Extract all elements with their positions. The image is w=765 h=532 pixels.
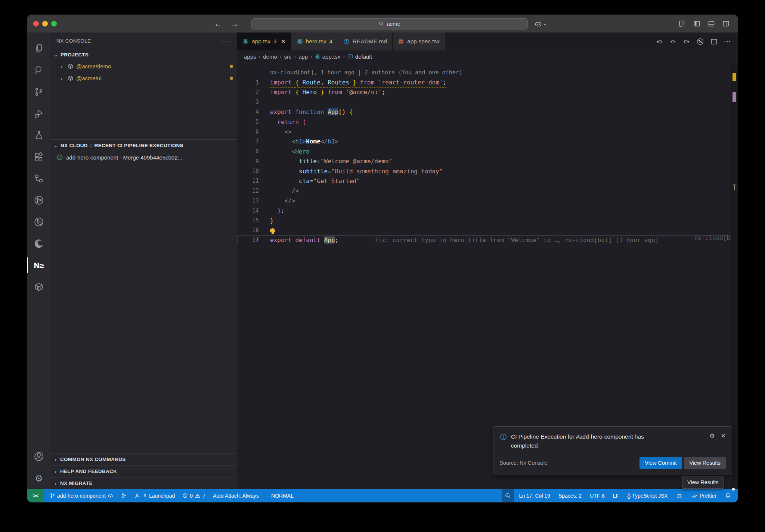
code-line[interactable]: 2import { Hero } from '@acme/ui'; xyxy=(237,87,738,97)
search-icon[interactable] xyxy=(27,59,50,81)
tab-app-spec-tsx[interactable]: app.spec.tsx xyxy=(393,33,445,50)
nav-back-circle-icon[interactable] xyxy=(656,38,663,45)
chevron-right-icon: › xyxy=(280,53,282,59)
language-mode-status-item[interactable]: {} TypeScript JSX xyxy=(624,489,671,502)
eol-status-item[interactable]: LF xyxy=(610,489,622,502)
edge-browser-icon[interactable] xyxy=(27,233,50,254)
section-common-nx-commands[interactable]: › COMMON NX COMMANDS xyxy=(50,453,237,465)
vim-mode-status-item[interactable]: -- NORMAL -- xyxy=(263,489,301,502)
project-item-acme-ui[interactable]: › @acme/ui xyxy=(50,72,237,84)
launchpad-status-item[interactable]: Launchpad xyxy=(131,489,178,502)
settings-gear-icon[interactable]: ⚙ xyxy=(27,467,50,489)
warning-count: 7 xyxy=(202,493,205,499)
zoom-window-button[interactable] xyxy=(51,21,57,27)
info-icon xyxy=(343,38,350,45)
git-graph-status-item[interactable] xyxy=(118,489,130,502)
code-line[interactable]: 16 xyxy=(237,225,738,235)
git-graph-icon[interactable] xyxy=(27,189,50,211)
breadcrumb-demo[interactable]: demo xyxy=(263,53,277,60)
ci-pipeline-item[interactable]: add-hero-component - Merge 409b44e5cb02.… xyxy=(50,151,237,164)
code-line[interactable]: 9 title="Welcome @acme/demo" xyxy=(237,157,738,166)
code-line[interactable]: 10 subtitle="Build something amazing tod… xyxy=(237,166,738,176)
customize-layout-icon[interactable] xyxy=(679,20,686,27)
project-status-dot xyxy=(230,65,233,68)
breadcrumb-app-tsx[interactable]: app.tsx xyxy=(315,53,340,60)
sidebar-more-actions[interactable]: ··· xyxy=(222,37,231,45)
overview-ruler[interactable]: T xyxy=(731,62,738,489)
notifications-bell[interactable] xyxy=(722,489,734,502)
run-ci-icon[interactable] xyxy=(696,38,704,46)
code-line[interactable]: 3 xyxy=(237,97,738,107)
code-line[interactable]: 15} xyxy=(237,216,738,225)
tab-readme-md[interactable]: README.md xyxy=(338,33,393,50)
notification-close-icon[interactable]: ✕ xyxy=(721,432,726,439)
project-graph-icon[interactable] xyxy=(27,168,50,189)
nx-console-icon[interactable]: N≥ xyxy=(27,254,50,276)
code-line[interactable]: 1import { Route, Routes } from 'react-ro… xyxy=(237,77,738,87)
indentation-status-item[interactable]: Spaces: 2 xyxy=(555,489,585,502)
nav-back-button[interactable]: ← xyxy=(214,19,222,28)
editor-more-actions-icon[interactable]: ⋯ xyxy=(724,37,731,46)
code-line[interactable]: 4export function App() { xyxy=(237,107,738,117)
gitlens-icon[interactable] xyxy=(27,211,50,233)
breadcrumb-apps[interactable]: apps xyxy=(244,53,256,60)
nav-circle-icon[interactable] xyxy=(669,38,676,45)
code-line[interactable]: 7 <h1>Home</h1> xyxy=(237,137,738,146)
command-center-search[interactable]: acme xyxy=(251,18,528,30)
breadcrumb-src[interactable]: src xyxy=(284,53,291,60)
tab-hero-tsx[interactable]: hero.tsx 4 xyxy=(291,33,338,50)
notification-settings-icon[interactable]: ⚙ xyxy=(709,432,715,439)
explorer-icon[interactable] xyxy=(27,38,50,59)
extensions-icon[interactable] xyxy=(27,146,50,168)
breadcrumb-default[interactable]: default xyxy=(347,53,372,60)
nx-cloud-section-header[interactable]: ⌄ NX CLOUD :: RECENT CI PIPELINE EXECUTI… xyxy=(50,140,237,151)
containers-icon[interactable] xyxy=(27,276,50,298)
toggle-panel-icon[interactable] xyxy=(708,20,715,27)
projects-section-header[interactable]: ⌄ PROJECTS xyxy=(50,49,237,60)
minimize-window-button[interactable] xyxy=(42,21,48,27)
chevron-down-icon: ⌄ xyxy=(543,21,546,26)
branch-indicator[interactable]: add-hero-component xyxy=(47,489,117,502)
problems-status-item[interactable]: 0 7 xyxy=(179,489,208,502)
encoding-status-item[interactable]: UTF-8 xyxy=(587,489,608,502)
section-nx-migrate[interactable]: › NX MIGRATE xyxy=(50,477,237,489)
source-control-icon[interactable] xyxy=(27,81,50,103)
split-editor-icon[interactable] xyxy=(710,38,718,45)
project-item-acme-demo[interactable]: › @acme/demo xyxy=(50,60,237,72)
accounts-icon[interactable] xyxy=(27,446,50,467)
breadcrumb-app[interactable]: app xyxy=(298,53,308,60)
project-label: @acme/demo xyxy=(76,63,111,69)
code-line[interactable]: 6 <> xyxy=(237,127,738,136)
code-line[interactable]: 14 ); xyxy=(237,205,738,215)
toggle-primary-sidebar-icon[interactable] xyxy=(693,20,700,27)
lightbulb-icon[interactable] xyxy=(270,228,275,232)
formatter-status-item[interactable]: Prettier xyxy=(688,489,719,502)
code-line[interactable]: 5 return ( xyxy=(237,117,738,127)
code-line[interactable]: 12 /> xyxy=(237,186,738,196)
zoom-out-status-item[interactable] xyxy=(502,489,514,502)
auto-attach-status-item[interactable]: Auto Attach: Always xyxy=(210,489,262,502)
run-debug-icon[interactable] xyxy=(27,103,50,124)
nav-forward-button[interactable]: → xyxy=(231,19,239,28)
testing-icon[interactable] xyxy=(27,124,50,146)
error-icon xyxy=(182,493,188,498)
code-line[interactable]: 17export default App; fix: correct typo … xyxy=(237,235,738,245)
close-tab-icon[interactable]: ✕ xyxy=(281,38,286,45)
remote-indicator[interactable]: >< xyxy=(27,489,44,502)
code-line[interactable]: 8 <Hero xyxy=(237,146,738,156)
toggle-secondary-sidebar-icon[interactable] xyxy=(722,20,730,27)
check-circle-icon xyxy=(56,154,63,161)
copilot-menu-button[interactable]: ⌄ xyxy=(535,20,546,28)
nav-forward-circle-icon[interactable] xyxy=(683,38,690,45)
view-results-button[interactable]: View Results xyxy=(684,457,726,469)
view-commit-button[interactable]: View Commit xyxy=(639,457,682,469)
close-window-button[interactable] xyxy=(33,21,39,27)
code-editor[interactable]: nx-cloud[bot], 1 hour ago | 2 authors (Y… xyxy=(237,62,738,489)
section-help-and-feedback[interactable]: › HELP AND FEEDBACK xyxy=(50,465,237,477)
code-line[interactable]: 13 </> xyxy=(237,196,738,205)
chevron-right-icon: › xyxy=(343,53,345,59)
cursor-position-status-item[interactable]: Ln 17, Col 19 xyxy=(516,489,553,502)
tab-app-tsx[interactable]: app.tsx 3 ✕ xyxy=(237,33,291,50)
code-line[interactable]: 11 cta="Get Started" xyxy=(237,176,738,186)
copilot-status-item[interactable] xyxy=(673,489,686,502)
